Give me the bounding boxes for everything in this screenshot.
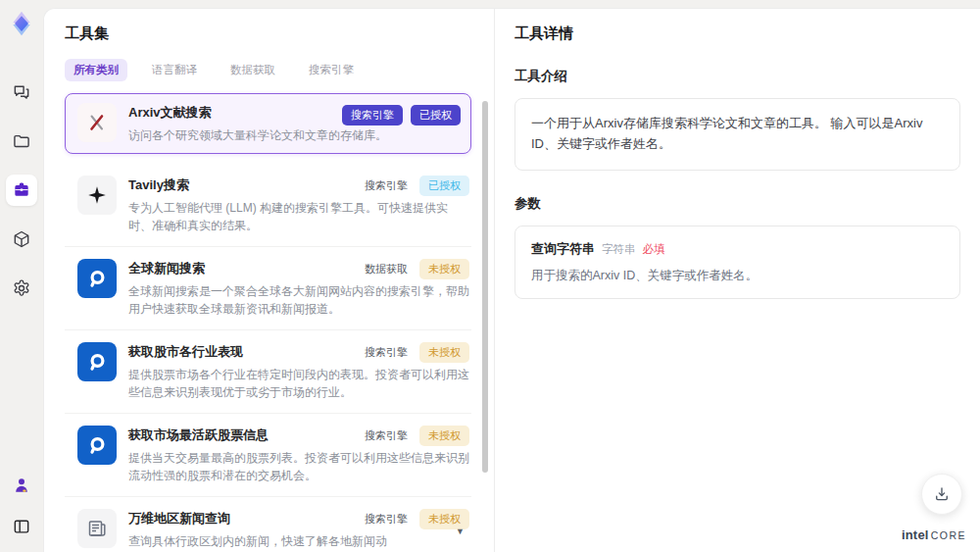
sidebar-item-folder[interactable] <box>6 125 37 157</box>
tavily-star-icon <box>77 176 117 215</box>
scrollbar-thumb[interactable] <box>482 101 488 473</box>
param-required-flag: 必填 <box>643 242 665 257</box>
param-type: 字符串 <box>602 242 636 257</box>
intel-core-logo: intel CORE <box>902 527 966 542</box>
category-badge: 搜索引擎 <box>361 426 412 446</box>
chat-icon <box>12 82 31 102</box>
tool-description: 查询具体行政区划内的新闻，快速了解各地新闻动 <box>128 532 469 550</box>
category-tabs: 所有类别语言翻译数据获取搜索引擎 <box>65 59 470 81</box>
user-icon <box>12 476 31 495</box>
gear-icon <box>12 278 31 298</box>
intro-heading: 工具介绍 <box>514 68 960 85</box>
params-heading: 参数 <box>514 195 960 213</box>
category-badge: 搜索引擎 <box>361 342 412 363</box>
tool-card[interactable]: 获取市场最活跃股票信息 提供当天交易量最高的股票列表。投资者可以利用这些信息来识… <box>65 414 471 497</box>
arxiv-logo-icon <box>77 103 117 142</box>
auth-status-badge: 未授权 <box>419 342 469 363</box>
category-tab-3[interactable]: 搜索引擎 <box>300 59 363 81</box>
tool-description: 专为人工智能代理 (LLM) 构建的搜索引擎工具。可快速提供实时、准确和真实的结… <box>128 199 469 234</box>
sidebar-item-tools[interactable] <box>6 175 37 206</box>
app-logo-icon[interactable] <box>8 10 35 37</box>
category-badge: 数据获取 <box>361 259 412 279</box>
briefcase-icon <box>12 180 31 200</box>
category-tab-1[interactable]: 语言翻译 <box>143 59 206 81</box>
auth-status-badge: 已授权 <box>419 176 469 196</box>
param-list: 查询字符串 字符串 必填 用于搜索的Arxiv ID、关键字或作者姓名。 <box>514 226 960 299</box>
tool-card[interactable]: 全球新闻搜索 全球新闻搜索是一个聚合全球各大新闻网站内容的搜索引擎，帮助用户快速… <box>65 247 471 330</box>
tool-list-panel: 工具集 所有类别语言翻译数据获取搜索引擎 Arxiv文献搜索 访问各个研究领域大… <box>44 9 495 552</box>
tool-card[interactable]: Tavily搜索 专为人工智能代理 (LLM) 构建的搜索引擎工具。可快速提供实… <box>65 164 471 247</box>
sidebar-item-chat[interactable] <box>6 76 37 108</box>
cube-icon <box>12 229 31 249</box>
sidebar-item-profile[interactable] <box>6 470 37 501</box>
blue-search-icon <box>77 342 117 381</box>
detail-title: 工具详情 <box>514 25 960 43</box>
category-tab-2[interactable]: 数据获取 <box>221 59 284 81</box>
sidebar-item-settings[interactable] <box>6 273 37 304</box>
blue-search-icon <box>77 426 117 465</box>
download-button[interactable] <box>921 474 962 515</box>
category-badge: 搜索引擎 <box>361 176 412 196</box>
tool-card[interactable]: Arxiv文献搜索 访问各个研究领域大量科学论文和文章的存储库。 搜索引擎 已授… <box>65 93 471 154</box>
page-title: 工具集 <box>65 25 470 43</box>
category-tab-0[interactable]: 所有类别 <box>65 59 127 81</box>
icon-sidebar <box>0 0 43 552</box>
sidebar-item-collapse[interactable] <box>6 511 37 542</box>
blue-search-icon <box>77 259 117 298</box>
sidebar-item-models[interactable] <box>6 224 37 255</box>
scroll-down-caret: ▼ <box>456 527 465 536</box>
tool-description: 访问各个研究领域大量科学论文和文章的存储库。 <box>128 126 459 144</box>
panel-left-icon <box>12 517 31 536</box>
tool-detail-panel: 工具详情 工具介绍 一个用于从Arxiv存储库搜索科学论文和文章的工具。 输入可… <box>495 9 980 552</box>
main-surface: 工具集 所有类别语言翻译数据获取搜索引擎 Arxiv文献搜索 访问各个研究领域大… <box>43 8 980 552</box>
tool-intro-text: 一个用于从Arxiv存储库搜索科学论文和文章的工具。 输入可以是Arxiv ID… <box>514 98 960 171</box>
auth-status-badge: 未授权 <box>419 426 469 446</box>
intel-brand-text: intel <box>902 527 929 542</box>
param-item: 查询字符串 字符串 必填 用于搜索的Arxiv ID、关键字或作者姓名。 <box>531 240 944 284</box>
core-brand-text: CORE <box>931 529 966 541</box>
tool-list: Arxiv文献搜索 访问各个研究领域大量科学论文和文章的存储库。 搜索引擎 已授… <box>65 93 471 552</box>
category-badge: 搜索引擎 <box>361 509 412 529</box>
tool-description: 全球新闻搜索是一个聚合全球各大新闻网站内容的搜索引擎，帮助用户快速获取全球最新资… <box>128 282 469 318</box>
download-icon <box>933 485 951 503</box>
param-name: 查询字符串 <box>531 240 595 258</box>
param-description: 用于搜索的Arxiv ID、关键字或作者姓名。 <box>531 268 944 284</box>
tool-card[interactable]: 万维地区新闻查询 查询具体行政区划内的新闻，快速了解各地新闻动 搜索引擎 未授权 <box>65 497 471 552</box>
tool-card[interactable]: 获取股市各行业表现 提供股票市场各个行业在特定时间段内的表现。投资者可以利用这些… <box>65 330 471 414</box>
scrollbar[interactable] <box>482 89 488 542</box>
auth-status-badge: 已授权 <box>411 105 461 125</box>
auth-status-badge: 未授权 <box>419 259 469 279</box>
newspaper-icon <box>77 509 117 548</box>
tool-description: 提供股票市场各个行业在特定时间段内的表现。投资者可以利用这些信息来识别表现优于或… <box>128 366 469 401</box>
category-badge: 搜索引擎 <box>342 105 403 125</box>
folder-icon <box>12 131 31 151</box>
tool-description: 提供当天交易量最高的股票列表。投资者可以利用这些信息来识别流动性强的股票和潜在的… <box>128 449 469 484</box>
